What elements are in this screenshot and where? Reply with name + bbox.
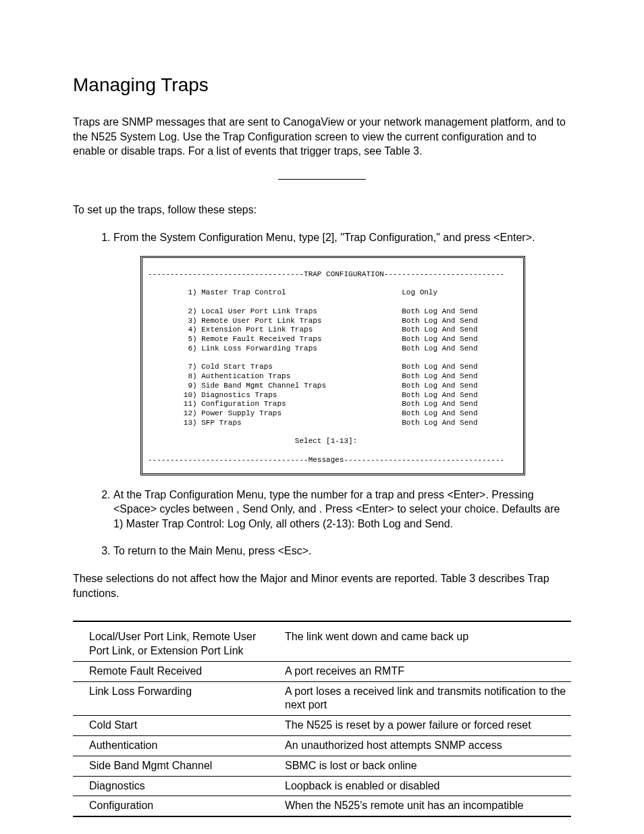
- terminal-content: -----------------------------------TRAP …: [148, 270, 518, 465]
- trap-table: Local/User Port Link, Remote User Port L…: [73, 627, 571, 817]
- desc-cell: The N525 is reset by a power failure or …: [269, 716, 571, 736]
- step-1-text-b: ], "Trap Configuration," and press <Ente…: [331, 232, 535, 243]
- table-row: Side Band Mgmt Channel SBMC is lost or b…: [73, 756, 571, 776]
- desc-cell: A port receives an RMTF: [269, 661, 571, 681]
- step-1-text-a: From the System Configuration Menu, type…: [113, 232, 325, 243]
- table-row: Remote Fault Received A port receives an…: [73, 661, 571, 681]
- terminal-screen: -----------------------------------TRAP …: [140, 256, 525, 475]
- trap-cell: Authentication: [73, 736, 269, 756]
- divider-short: [278, 179, 366, 180]
- table-row: Configuration When the N525's remote uni…: [73, 796, 571, 816]
- table-row: Diagnostics Loopback is enabled or disab…: [73, 776, 571, 796]
- intro-paragraph: Traps are SNMP messages that are sent to…: [73, 115, 571, 159]
- divider-full: [73, 621, 571, 622]
- trap-cell: Side Band Mgmt Channel: [73, 756, 269, 776]
- desc-cell: When the N525's remote unit has an incom…: [269, 796, 571, 816]
- trap-cell: Remote Fault Received: [73, 661, 269, 681]
- step-2: At the Trap Configuration Menu, type the…: [113, 488, 571, 531]
- desc-cell: Loopback is enabled or disabled: [269, 776, 571, 796]
- step-1: From the System Configuration Menu, type…: [113, 230, 571, 475]
- page-title: Managing Traps: [73, 74, 571, 96]
- trap-cell: Cold Start: [73, 716, 269, 736]
- step-1-key: 2: [325, 232, 331, 243]
- setup-intro: To set up the traps, follow these steps:: [73, 203, 571, 217]
- table-row: Link Loss Forwarding A port loses a rece…: [73, 681, 571, 716]
- desc-cell: An unauthorized host attempts SNMP acces…: [269, 736, 571, 756]
- trap-cell: Link Loss Forwarding: [73, 681, 269, 716]
- post-table-intro: These selections do not affect how the M…: [73, 571, 571, 600]
- desc-cell: The link went down and came back up: [269, 627, 571, 661]
- step-3: To return to the Main Menu, press <Esc>.: [113, 544, 571, 558]
- table-row: Cold Start The N525 is reset by a power …: [73, 716, 571, 736]
- trap-cell: Configuration: [73, 796, 269, 816]
- desc-cell: SBMC is lost or back online: [269, 756, 571, 776]
- table-row: Authentication An unauthorized host atte…: [73, 736, 571, 756]
- trap-cell: Diagnostics: [73, 776, 269, 796]
- desc-cell: A port loses a received link and transmi…: [269, 681, 571, 716]
- table-row: Local/User Port Link, Remote User Port L…: [73, 627, 571, 661]
- trap-cell: Local/User Port Link, Remote User Port L…: [73, 627, 269, 661]
